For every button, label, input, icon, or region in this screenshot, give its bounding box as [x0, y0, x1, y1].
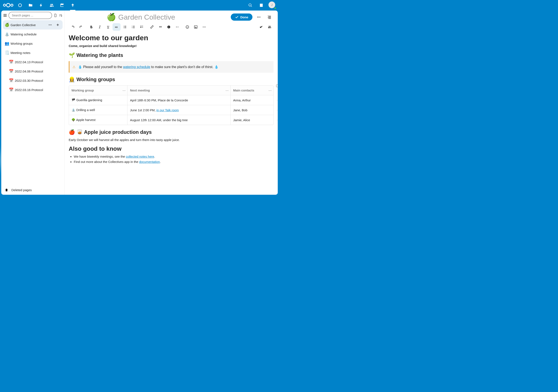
row-menu-icon[interactable]: ⋯: [277, 98, 278, 102]
toolbar-more-icon[interactable]: [200, 23, 208, 31]
add-page-icon[interactable]: [55, 22, 61, 28]
doc-h1: Welcome to our garden: [69, 34, 273, 42]
done-label: Done: [240, 15, 248, 19]
heading-icon[interactable]: H3: [113, 23, 121, 31]
emoji-icon[interactable]: [183, 23, 191, 31]
row-menu-icon[interactable]: ⋯: [277, 108, 278, 112]
done-button[interactable]: Done: [231, 14, 253, 21]
tree-item-protocol[interactable]: 📅 2022.03.30 Protocol: [3, 76, 63, 85]
svg-text:H3: H3: [115, 26, 118, 28]
task-list-icon[interactable]: [138, 23, 146, 31]
svg-point-10: [260, 17, 260, 17]
top-nav: [15, 0, 78, 10]
warning-icon: ⚠: [72, 65, 75, 69]
document-body[interactable]: Welcome to our garden Come, organize and…: [64, 33, 278, 195]
column-menu-icon[interactable]: ⋯: [226, 88, 229, 92]
page-emoji[interactable]: 🍏: [107, 13, 116, 21]
tree-item-watering[interactable]: ⛲ Watering schedule: [3, 29, 63, 39]
tree-root-item[interactable]: 🍏 Garden Collective: [3, 20, 63, 29]
tree-item-protocol[interactable]: 📅 2022.03.16 Protocol: [3, 85, 63, 95]
column-header: Working group⋯: [69, 86, 128, 95]
image-icon[interactable]: [192, 23, 200, 31]
redo-icon[interactable]: [77, 23, 85, 31]
outline-icon[interactable]: [265, 13, 273, 21]
top-right: J: [246, 0, 277, 10]
search-icon[interactable]: [246, 0, 255, 10]
page-label: Watering schedule: [10, 33, 61, 36]
nav-dashboard-icon[interactable]: [15, 0, 25, 10]
section-apple-juice-body: Early October we will harvest all the ap…: [69, 138, 273, 142]
tree-item-protocol[interactable]: 📅 2022.04.13 Protocol: [3, 57, 63, 67]
tree-item-protocol[interactable]: 📅 2022.04.06 Protocol: [3, 67, 63, 76]
section-working-groups-title: 👷‍♀️ Working groups: [69, 77, 273, 82]
link-icon[interactable]: [148, 23, 156, 31]
page-label: Meeting notes: [10, 51, 61, 55]
menu-icon[interactable]: [3, 12, 7, 18]
svg-point-21: [169, 26, 169, 26]
svg-point-14: [124, 28, 124, 28]
bold-icon[interactable]: [87, 23, 95, 31]
svg-point-5: [49, 25, 49, 25]
svg-point-8: [257, 17, 258, 17]
nav-collectives-icon[interactable]: [67, 0, 78, 10]
deleted-label: Deleted pages: [11, 188, 32, 192]
deleted-pages-link[interactable]: Deleted pages: [5, 188, 61, 192]
column-menu-icon[interactable]: ⋯: [269, 88, 272, 92]
table-row: 🌳 Apple harvest August 12th 12:00 AM, un…: [69, 115, 273, 125]
svg-point-24: [188, 26, 188, 27]
good-to-know-list: We have biweekly meetings, see the colle…: [69, 155, 273, 164]
ordered-list-icon[interactable]: 123: [129, 23, 137, 31]
nav-activity-icon[interactable]: [36, 0, 46, 10]
presence-dot: [274, 7, 277, 9]
documentation-link[interactable]: documentation: [139, 160, 160, 164]
search-input[interactable]: [9, 12, 52, 19]
nav-contacts-icon[interactable]: [46, 0, 57, 10]
collaborators-icon[interactable]: [266, 23, 273, 31]
working-groups-table: Working group⋯ Next meeting⋯ Main contac…: [69, 85, 273, 125]
italic-icon[interactable]: [96, 23, 104, 31]
tree-item-working-groups[interactable]: 👥 Working groups: [3, 39, 63, 48]
editor-toolbar: H3 123: [64, 22, 278, 33]
save-check-icon[interactable]: [257, 23, 265, 31]
info-icon[interactable]: [165, 23, 173, 31]
page-emoji: 👥: [5, 41, 10, 46]
code-icon[interactable]: [173, 23, 181, 31]
column-menu-icon[interactable]: ⋯: [122, 88, 126, 92]
table-row: 🏴 Guerilla gardening April 18th 6:30 PM,…: [69, 95, 273, 105]
user-avatar[interactable]: J: [269, 1, 276, 9]
page-emoji: 📅: [9, 60, 15, 64]
page-label: 2022.04.13 Protocol: [15, 60, 61, 64]
templates-icon[interactable]: [53, 12, 57, 18]
page-title[interactable]: Garden Collective: [118, 13, 229, 21]
svg-point-3: [18, 4, 22, 7]
svg-point-22: [186, 26, 189, 28]
page-emoji: 📅: [9, 87, 15, 92]
column-header: Main contacts⋯: [231, 86, 273, 95]
row-menu-icon[interactable]: ⋯: [277, 118, 278, 122]
svg-point-4: [72, 6, 73, 7]
svg-point-9: [258, 17, 259, 17]
contacts-menu-icon[interactable]: [257, 0, 266, 10]
svg-point-2: [11, 4, 13, 6]
table-row: ⛲ Drilling a well June 1st 2:00 PM, in o…: [69, 105, 273, 115]
bullet-list-icon[interactable]: [121, 23, 129, 31]
tree-item-meeting-notes[interactable]: 🗒️ Meeting notes: [3, 48, 63, 57]
underline-icon[interactable]: [104, 23, 112, 31]
more-icon[interactable]: [47, 22, 53, 28]
nextcloud-logo[interactable]: [2, 2, 15, 8]
sort-icon[interactable]: [59, 12, 63, 18]
talk-room-link[interactable]: in our Talk room: [156, 108, 179, 112]
svg-point-29: [205, 27, 206, 27]
undo-icon[interactable]: [69, 23, 77, 31]
topbar: J: [0, 0, 279, 10]
svg-point-1: [3, 4, 6, 6]
nav-files-icon[interactable]: [25, 0, 36, 10]
collected-notes-link[interactable]: collected notes here: [126, 155, 154, 158]
table-settings-icon[interactable]: [276, 84, 278, 89]
watering-schedule-link[interactable]: watering schedule: [123, 65, 150, 69]
page-more-icon[interactable]: [254, 13, 263, 21]
blockquote-icon[interactable]: [156, 23, 164, 31]
nav-calendar-icon[interactable]: [57, 0, 67, 10]
svg-rect-20: [169, 27, 169, 28]
section-watering-title: 🌱 Watering the plants: [69, 52, 273, 58]
